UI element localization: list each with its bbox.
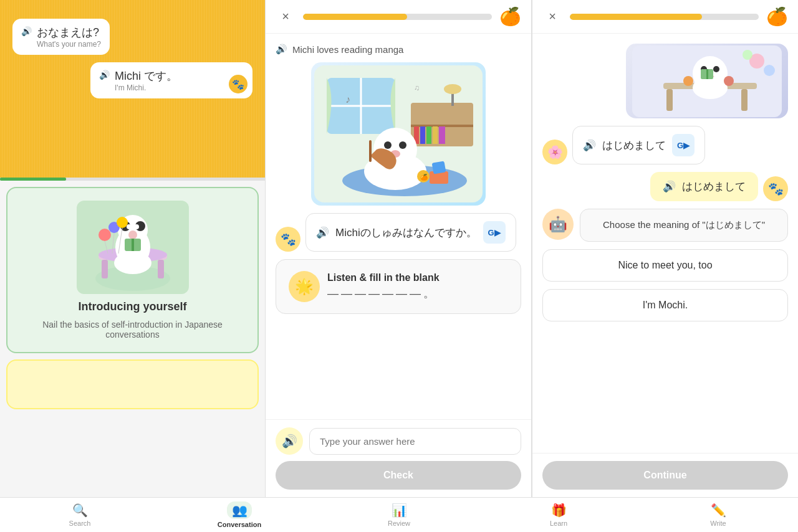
svg-rect-41 [369,140,372,162]
svg-point-10 [128,230,137,239]
mid-speech-text: Michiのしゅみはなんですか。 [335,226,477,240]
right-bubble-right: 🔊 はじめまして [650,172,758,201]
review-icon: 📊 [392,503,407,518]
svg-point-33 [444,84,461,94]
search-icon: 🔍 [72,503,88,518]
continue-button[interactable]: Continue [542,461,788,490]
right-bubble-left: 🔊 はじめまして G▶ [572,126,705,164]
svg-point-56 [693,77,728,99]
right-panel-footer: Continue [532,453,798,497]
mid-lesson-image: ♪ ♫ 🍊 [311,62,486,206]
bubble-text-2: Michi です。 [115,69,178,83]
nav-item-learn[interactable]: 🎁 Learn [479,498,638,532]
svg-point-12 [134,224,139,229]
svg-rect-45 [432,161,446,174]
svg-text:♪: ♪ [345,94,350,105]
right-progress-fill [570,14,702,20]
answer-input[interactable] [309,428,521,455]
conversation-icon: 👥 [232,503,248,518]
mid-avatar: 🐾 [276,227,300,252]
chat-bubble-question: 🔊 おなまえは? What's your name? [12,19,110,55]
nav-item-review[interactable]: 📊 Review [319,498,479,532]
svg-point-37 [384,141,392,149]
nav-label-conversation: Conversation [218,521,261,528]
mid-panel-body: 🔊 Michi loves reading manga [266,34,531,419]
lesson-card-title: Introducing yourself [78,300,186,313]
right-progress-track [570,14,759,20]
mochi-music-illustration: ♪ ♫ 🍊 [314,65,483,202]
fill-blank-line: ———————。 [327,286,508,301]
svg-point-15 [99,229,111,241]
mid-audio-text: Michi loves reading manga [292,44,403,55]
nav-label-review: Review [388,520,410,527]
right-panel-header: × 🍊 [532,0,798,34]
learn-icon: 🎁 [551,503,567,518]
nav-active-bg: 👥 [227,501,252,519]
nav-label-search: Search [69,520,91,527]
lesson-card-desc: Nail the basics of self-introduction in … [20,320,245,340]
panda-illustration [80,204,186,291]
svg-point-62 [764,65,775,76]
bubble-text-1: おなまえは? [37,25,101,40]
right-speaker-icon-2[interactable]: 🔊 [663,180,676,193]
lesson-card-1[interactable]: Introducing yourself Nail the basics of … [6,187,259,353]
mid-close-button[interactable]: × [276,7,296,27]
answer-speaker-button[interactable]: 🔊 [276,427,303,455]
svg-rect-29 [426,126,431,144]
nav-item-conversation[interactable]: 👥 Conversation [160,498,319,532]
left-cards-area: Introducing yourself Nail the basics of … [0,181,265,497]
lesson-card-2[interactable] [6,359,259,409]
mid-panel-footer: 🔊 Check [266,419,531,497]
right-panel-body: 🌸 🔊 はじめまして G▶ 🔊 はじめまして 🐾 🤖 Cho [532,34,798,453]
svg-point-11 [127,224,132,229]
nav-label-write: Write [710,520,726,527]
nav-item-search[interactable]: 🔍 Search [0,498,160,532]
svg-rect-50 [666,89,673,111]
mascot-avatar-small: 🐾 [229,75,248,93]
translate-button-mid[interactable]: G▶ [483,221,506,244]
right-close-button[interactable]: × [542,7,562,27]
right-lesson-image [626,44,788,118]
right-speaker-icon-1[interactable]: 🔊 [583,139,596,152]
mid-speech-bubble: 🔊 Michiのしゅみはなんですか。 G▶ [305,213,516,252]
check-button[interactable]: Check [276,461,521,490]
speaker-icon-2[interactable]: 🔊 [99,70,110,80]
mid-progress-fill [303,14,407,20]
svg-rect-2 [102,260,108,278]
svg-text:♫: ♫ [414,83,420,92]
mid-speech-row: 🐾 🔊 Michiのしゅみはなんですか。 G▶ [276,213,521,252]
svg-rect-51 [741,89,748,111]
right-avatar-right: 🐾 [763,176,788,201]
right-panel: × 🍊 [532,0,798,497]
listen-fill-card: 🌟 Listen & fill in the blank ———————。 [276,259,521,314]
write-icon: ✏️ [711,503,726,518]
svg-point-63 [743,50,752,60]
right-speech-row-left: 🌸 🔊 はじめまして G▶ [542,126,788,164]
translate-button-right[interactable]: G▶ [672,134,695,156]
mid-speaker-icon[interactable]: 🔊 [276,44,287,55]
answer-option-1[interactable]: Nice to meet you, too [542,249,788,282]
svg-rect-3 [158,260,164,278]
svg-point-60 [724,76,734,86]
answer-option-2[interactable]: I'm Mochi. [542,289,788,321]
bubble-sub-1: What's your name? [37,40,101,49]
speaker-icon-1[interactable]: 🔊 [21,26,32,36]
nav-label-learn: Learn [550,520,567,527]
mid-panel: × 🍊 🔊 Michi loves reading manga [265,0,532,497]
nav-item-write[interactable]: ✏️ Write [638,498,798,532]
svg-point-17 [117,217,128,228]
listen-fill-label: Listen & fill in the blank [327,272,508,283]
mid-speaker-icon-2[interactable]: 🔊 [316,226,329,239]
mid-orange-icon: 🍊 [499,6,521,27]
question-area: 🤖 Choose the meaning of "はじめまして" [542,209,788,242]
listen-fill-text-area: Listen & fill in the blank ———————。 [327,272,508,301]
left-top-section: 🔊 おなまえは? What's your name? 🔊 Michi です。 I… [0,0,265,178]
left-panel: 🔊 おなまえは? What's your name? 🔊 Michi です。 I… [0,0,265,497]
listen-fill-avatar: 🌟 [289,271,320,302]
bottom-navigation: 🔍 Search 👥 Conversation 📊 Review 🎁 Learn… [0,497,798,532]
mochi-dinner-illustration [632,45,782,117]
svg-point-54 [713,66,719,72]
svg-rect-58 [706,69,708,79]
right-bubble-right-text: はじめまして [682,179,746,194]
chat-bubble-answer: 🔊 Michi です。 I'm Michi. 🐾 [90,62,252,98]
